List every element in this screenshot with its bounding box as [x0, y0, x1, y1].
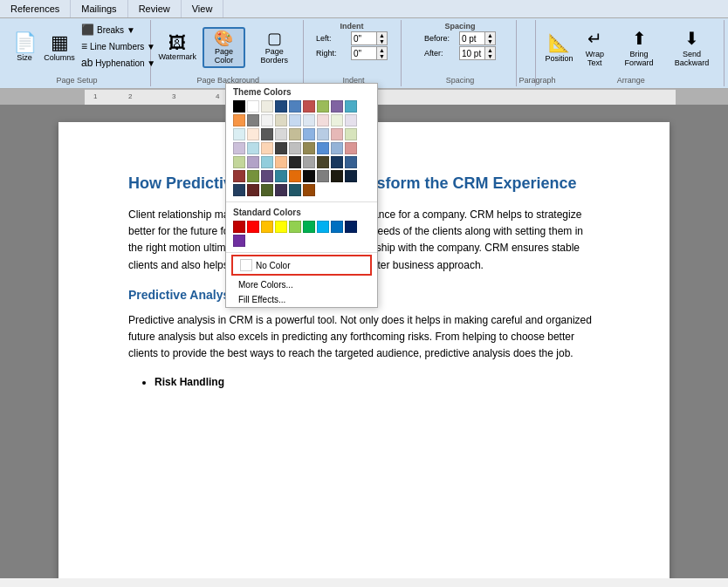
btn-page-borders[interactable]: ▢ Page Borders: [251, 29, 298, 66]
theme-color-swatch[interactable]: [317, 142, 329, 154]
tab-references[interactable]: References: [0, 0, 71, 17]
theme-color-swatch[interactable]: [331, 156, 343, 168]
btn-breaks[interactable]: ⬛ Breaks ▼: [79, 23, 158, 37]
theme-color-swatch[interactable]: [261, 128, 273, 140]
theme-color-swatch[interactable]: [261, 156, 273, 168]
theme-color-swatch[interactable]: [289, 100, 301, 113]
standard-color-swatch[interactable]: [233, 235, 245, 247]
fill-effects-item[interactable]: Fill Effects...: [226, 292, 377, 307]
more-colors-item[interactable]: More Colors...: [226, 277, 377, 292]
theme-color-swatch[interactable]: [275, 142, 287, 154]
theme-color-swatch[interactable]: [289, 184, 301, 196]
theme-color-swatch[interactable]: [331, 100, 343, 113]
theme-color-swatch[interactable]: [317, 128, 329, 140]
tab-review[interactable]: Review: [128, 0, 182, 17]
no-color-option[interactable]: No Color: [231, 255, 372, 276]
theme-color-swatch[interactable]: [233, 100, 245, 113]
btn-watermark[interactable]: 🖼 Watermark: [158, 32, 197, 63]
theme-color-swatch[interactable]: [303, 156, 315, 168]
theme-color-swatch[interactable]: [275, 170, 287, 182]
btn-hyphenation[interactable]: ab Hyphenation ▼: [79, 56, 158, 70]
indent-left-up[interactable]: ▲: [377, 32, 387, 38]
theme-color-swatch[interactable]: [233, 184, 245, 196]
theme-color-swatch[interactable]: [247, 114, 259, 126]
theme-color-swatch[interactable]: [289, 170, 301, 182]
theme-color-swatch[interactable]: [247, 128, 259, 140]
theme-color-swatch[interactable]: [247, 184, 259, 196]
btn-columns[interactable]: ▦ Columns: [44, 31, 75, 64]
theme-color-swatch[interactable]: [261, 184, 273, 196]
standard-color-swatch[interactable]: [303, 221, 315, 233]
btn-wrap-text[interactable]: ↵ Wrap Text: [576, 26, 613, 69]
theme-color-swatch[interactable]: [317, 156, 329, 168]
spacing-before-spinner[interactable]: ▲ ▼: [459, 31, 496, 45]
theme-color-swatch[interactable]: [289, 114, 301, 126]
indent-right-input[interactable]: [352, 48, 376, 59]
spacing-after-input[interactable]: [460, 48, 484, 59]
standard-color-swatch[interactable]: [275, 221, 287, 233]
btn-position[interactable]: 📐 Position: [543, 31, 574, 65]
theme-color-swatch[interactable]: [233, 128, 245, 140]
theme-color-swatch[interactable]: [275, 184, 287, 196]
theme-color-swatch[interactable]: [303, 100, 315, 113]
theme-color-swatch[interactable]: [317, 114, 329, 126]
theme-color-swatch[interactable]: [275, 156, 287, 168]
btn-bring-forward[interactable]: ⬆ Bring Forward: [615, 26, 663, 69]
standard-color-swatch[interactable]: [345, 221, 357, 233]
theme-color-swatch[interactable]: [345, 156, 357, 168]
btn-page-color[interactable]: 🎨 Page Color: [203, 27, 246, 68]
indent-left-down[interactable]: ▼: [377, 38, 387, 44]
standard-color-swatch[interactable]: [233, 221, 245, 233]
theme-color-swatch[interactable]: [261, 100, 273, 113]
theme-color-swatch[interactable]: [317, 170, 329, 182]
theme-color-swatch[interactable]: [345, 142, 357, 154]
theme-color-swatch[interactable]: [303, 128, 315, 140]
page-color-dropdown[interactable]: Theme Colors Standard Colors No Color Mo…: [225, 83, 378, 308]
theme-color-swatch[interactable]: [233, 156, 245, 168]
theme-color-swatch[interactable]: [345, 128, 357, 140]
indent-right-spinner[interactable]: ▲ ▼: [351, 46, 388, 60]
theme-color-swatch[interactable]: [275, 100, 287, 113]
theme-color-swatch[interactable]: [233, 142, 245, 154]
spacing-after-up[interactable]: ▲: [485, 47, 495, 53]
indent-right-up[interactable]: ▲: [377, 47, 387, 53]
theme-color-swatch[interactable]: [345, 170, 357, 182]
theme-color-swatch[interactable]: [303, 114, 315, 126]
tab-mailings[interactable]: Mailings: [71, 0, 127, 17]
indent-left-spinner[interactable]: ▲ ▼: [351, 31, 388, 45]
standard-color-swatch[interactable]: [331, 221, 343, 233]
theme-color-swatch[interactable]: [261, 142, 273, 154]
theme-color-swatch[interactable]: [247, 142, 259, 154]
spacing-before-input[interactable]: [460, 33, 484, 44]
theme-color-swatch[interactable]: [331, 170, 343, 182]
standard-color-swatch[interactable]: [317, 221, 329, 233]
theme-color-swatch[interactable]: [289, 128, 301, 140]
theme-color-swatch[interactable]: [261, 170, 273, 182]
theme-color-swatch[interactable]: [317, 100, 329, 113]
theme-color-swatch[interactable]: [233, 114, 245, 126]
standard-color-swatch[interactable]: [261, 221, 273, 233]
theme-color-swatch[interactable]: [289, 142, 301, 154]
spacing-after-spinner[interactable]: ▲ ▼: [459, 46, 496, 60]
theme-color-swatch[interactable]: [331, 142, 343, 154]
btn-line-numbers[interactable]: ≡ Line Numbers ▼: [79, 39, 158, 53]
spacing-before-down[interactable]: ▼: [485, 38, 495, 44]
theme-color-swatch[interactable]: [331, 128, 343, 140]
theme-color-swatch[interactable]: [275, 128, 287, 140]
indent-right-down[interactable]: ▼: [377, 53, 387, 59]
theme-color-swatch[interactable]: [345, 114, 357, 126]
theme-color-swatch[interactable]: [289, 156, 301, 168]
theme-color-swatch[interactable]: [261, 114, 273, 126]
theme-color-swatch[interactable]: [303, 142, 315, 154]
indent-left-input[interactable]: [352, 33, 376, 44]
theme-color-swatch[interactable]: [331, 114, 343, 126]
theme-color-swatch[interactable]: [247, 156, 259, 168]
spacing-after-down[interactable]: ▼: [485, 53, 495, 59]
btn-size[interactable]: 📄 Size: [9, 31, 40, 64]
theme-color-swatch[interactable]: [247, 170, 259, 182]
theme-color-swatch[interactable]: [303, 184, 315, 196]
tab-view[interactable]: View: [182, 0, 224, 17]
spacing-before-up[interactable]: ▲: [485, 32, 495, 38]
theme-color-swatch[interactable]: [303, 170, 315, 182]
theme-color-swatch[interactable]: [247, 100, 259, 113]
